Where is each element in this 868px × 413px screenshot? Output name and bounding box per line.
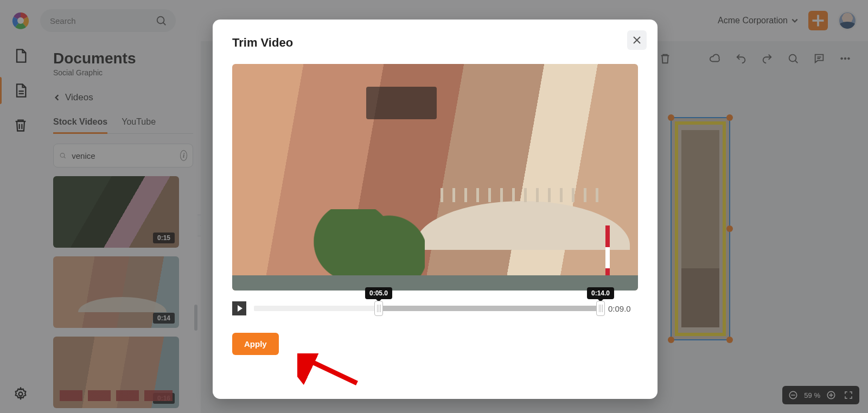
trim-start-handle[interactable]: [374, 301, 383, 316]
trim-duration: 0:09.0: [608, 304, 638, 313]
trim-start-tooltip: 0:05.0: [365, 287, 392, 299]
trim-video-modal: Trim Video 0:05.0 0:14.0 0:09.0 Apply: [213, 20, 658, 399]
play-icon: [238, 305, 242, 312]
apply-button[interactable]: Apply: [232, 333, 279, 355]
trim-end-tooltip: 0:14.0: [587, 287, 614, 299]
close-icon: [633, 36, 641, 44]
trim-controls: 0:05.0 0:14.0 0:09.0: [232, 301, 638, 315]
trim-track[interactable]: 0:05.0 0:14.0: [254, 306, 601, 311]
modal-title: Trim Video: [232, 36, 638, 50]
trim-end-handle[interactable]: [596, 301, 605, 316]
close-button[interactable]: [627, 30, 647, 50]
video-preview[interactable]: [232, 64, 638, 291]
play-button[interactable]: [232, 301, 246, 315]
